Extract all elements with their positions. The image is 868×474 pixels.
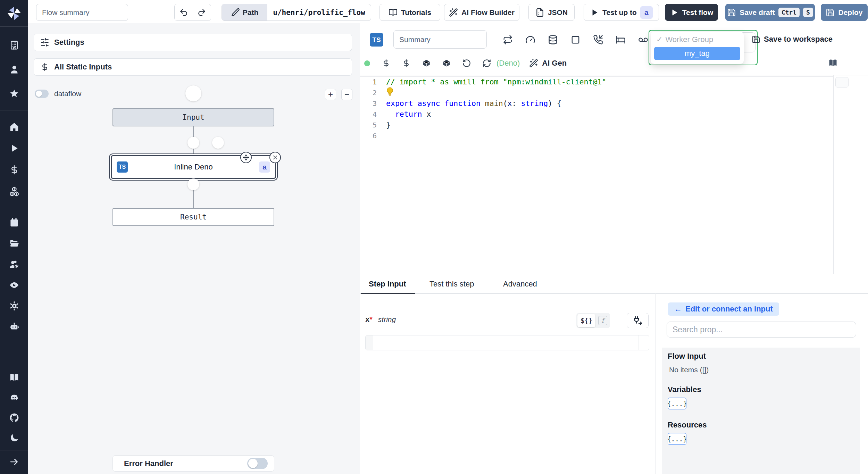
close-icon [272,154,278,161]
phone-incoming-icon[interactable] [593,34,603,45]
tab-step-input[interactable]: Step Input [369,280,406,289]
settings-icon[interactable] [8,300,20,312]
tutorials-button[interactable]: Tutorials [379,4,440,21]
prop-search-input[interactable] [667,322,856,338]
database-icon[interactable] [548,34,558,45]
windmill-flow-editor: Path u/henri/prolific_flow Tutorials AI … [0,0,868,474]
user-cog-icon[interactable] [8,258,20,270]
top-toolbar: Path u/henri/prolific_flow Tutorials AI … [28,0,868,23]
tab-advanced[interactable]: Advanced [503,280,537,289]
code-line-6[interactable]: 6 [360,130,833,141]
zoom-out-button[interactable]: − [341,89,352,100]
eye-icon[interactable] [8,279,20,291]
save-to-workspace-button[interactable]: Save to workspace [752,35,833,44]
moon-icon[interactable] [8,432,20,444]
ai-wand-button[interactable] [185,85,201,101]
edit-path-button[interactable]: Path [222,4,267,20]
worker-group-menu: ✓Worker Group my_tag [651,32,744,64]
repeat-icon[interactable] [502,34,513,45]
arrow-right-icon[interactable] [8,456,20,468]
square-icon[interactable] [570,34,581,45]
rotate-ccw-icon[interactable] [462,58,471,68]
user-icon[interactable] [8,64,20,75]
github-icon[interactable] [8,412,20,424]
flow-node-input[interactable]: Input [112,108,274,126]
dollar-icon[interactable] [401,58,411,68]
code-line-5[interactable]: 5} [360,119,833,130]
dataflow-row: dataflow [35,90,81,98]
code-line-4[interactable]: 4 return x [360,109,833,119]
save-to-workspace-label: Save to workspace [764,35,833,44]
dataflow-toggle[interactable] [35,90,49,98]
code-editor[interactable]: 1// import * as wmill from "npm:windmill… [360,76,833,141]
dollar-icon[interactable] [8,164,20,176]
step-detail-panel: Step Input Test this step Advanced x* st… [360,274,868,474]
test-flow-button[interactable]: Test flow [665,4,718,21]
add-trigger-button[interactable] [212,137,224,149]
flow-settings-row[interactable]: Settings [34,34,352,51]
worker-group-option-my-tag[interactable]: my_tag [654,47,740,60]
wand-icon [529,58,539,68]
save-draft-button[interactable]: Save draftCtrlS [725,4,815,21]
worker-group-menu-header[interactable]: ✓Worker Group [654,34,740,45]
variables-title: Variables [668,385,854,394]
line-number: 3 [360,99,377,108]
move-step-handle[interactable] [240,152,252,163]
zoom-in-button[interactable]: + [325,89,336,100]
undo-button[interactable] [175,4,193,20]
summary-input[interactable] [393,30,487,49]
all-static-inputs-row[interactable]: All Static Inputs [34,58,352,76]
add-step-button[interactable] [187,137,199,149]
calendar-icon[interactable] [8,217,20,228]
line-number: 6 [360,132,377,140]
bot-icon[interactable] [8,321,20,333]
function-toggle[interactable]: f [598,316,607,325]
voicemail-icon[interactable] [638,34,648,45]
tab-test-this-step[interactable]: Test this step [429,280,474,289]
gauge-icon[interactable] [525,34,535,45]
delete-step-button[interactable] [269,152,281,163]
dollar-icon[interactable] [381,58,391,68]
folder-open-icon[interactable] [8,238,20,249]
code-line-2[interactable]: 2 [360,87,833,98]
code-line-1[interactable]: 1// import * as wmill from "npm:windmill… [360,76,833,87]
book-icon[interactable] [8,372,20,383]
worker-group-dropdown: ✓Worker Group my_tag [649,30,758,65]
resources-object-chip[interactable]: {...} [668,433,686,445]
refresh-cw-icon[interactable] [482,58,492,68]
box-icon[interactable] [422,58,431,68]
json-button[interactable]: JSON [528,4,575,21]
redo-button[interactable] [193,4,211,20]
building-icon[interactable] [8,39,20,51]
bed-icon[interactable] [615,34,626,45]
line-number: 5 [360,121,377,129]
home-icon[interactable] [8,121,20,133]
box-icon[interactable] [442,58,451,68]
variables-object-chip[interactable]: {...} [668,398,686,409]
edit-or-connect-button[interactable]: ←Edit or connect an input [668,302,779,316]
ai-flow-builder-button[interactable]: AI Flow Builder [444,4,519,21]
flow-summary-input[interactable] [36,4,128,21]
deno-runtime-label[interactable]: (Deno) [496,59,520,68]
template-string-toggle[interactable]: ${} [577,314,595,327]
input-mode-segmented-control: ${} f [576,313,610,328]
argument-value-input[interactable] [373,335,639,350]
error-handler-toggle[interactable] [247,458,268,469]
play-icon[interactable] [8,142,20,154]
boxes-icon[interactable] [8,185,20,197]
error-handler-label: Error Handler [124,459,242,468]
lightbulb-icon[interactable] [386,87,394,98]
collapsed-panel-handle[interactable] [835,77,849,88]
ai-gen-button[interactable]: AI Gen [529,58,567,68]
discord-icon[interactable] [8,392,20,404]
add-step-button[interactable] [187,178,199,190]
argument-row: x* string [365,311,653,328]
star-icon[interactable] [8,88,20,100]
test-up-to-button[interactable]: Test up toa [584,4,659,21]
flow-node-result[interactable]: Result [112,208,274,226]
windmill-logo[interactable] [0,0,28,27]
connect-input-button[interactable] [627,313,649,328]
script-library-icon[interactable] [828,58,838,68]
code-line-3[interactable]: 3export async function main(x: string) { [360,98,833,109]
deploy-button[interactable]: Deploy [821,4,868,21]
